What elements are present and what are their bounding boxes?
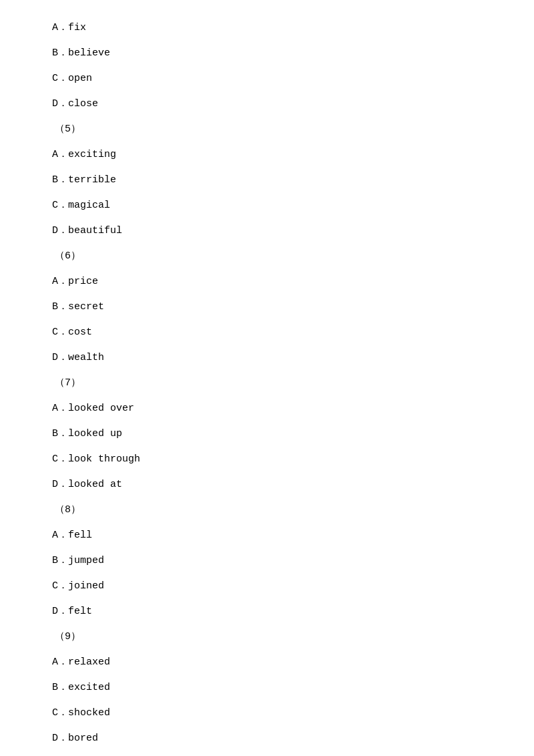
q9-option-d: D．bored <box>52 731 482 747</box>
q9-option-b: B．excited <box>52 680 482 696</box>
q8-option-c: C．joined <box>52 578 482 594</box>
q6-option-d: D．wealth <box>52 350 482 366</box>
q7-option-b: B．looked up <box>52 426 482 442</box>
question-5-num: （5） <box>52 122 482 138</box>
option-b-label: B．believe <box>52 47 110 59</box>
q8-option-a: A．fell <box>52 528 482 544</box>
question-8-num: （8） <box>52 502 482 518</box>
main-content: A．fix B．believe C．open D．close （5） A．exc… <box>0 0 534 756</box>
q5-option-d: D．beautiful <box>52 223 482 239</box>
option-group-7: A．looked over B．looked up C．look through… <box>52 401 482 493</box>
option-group-8: A．fell B．jumped C．joined D．felt <box>52 528 482 620</box>
question-7-num: （7） <box>52 375 482 391</box>
q8-option-b: B．jumped <box>52 553 482 569</box>
option-a: A．fix <box>52 20 482 36</box>
option-d: D．close <box>52 96 482 112</box>
q8-option-d: D．felt <box>52 604 482 620</box>
q5-option-b: B．terrible <box>52 172 482 188</box>
option-b: B．believe <box>52 45 482 61</box>
option-c: C．open <box>52 71 482 87</box>
q9-option-c: C．shocked <box>52 705 482 721</box>
option-group-4: A．fix B．believe C．open D．close <box>52 20 482 112</box>
q6-option-b: B．secret <box>52 299 482 315</box>
q5-option-a: A．exciting <box>52 147 482 163</box>
option-a-label: A．fix <box>52 22 86 33</box>
option-group-6: A．price B．secret C．cost D．wealth <box>52 274 482 366</box>
question-6-num: （6） <box>52 248 482 264</box>
q7-option-a: A．looked over <box>52 401 482 417</box>
option-group-9: A．relaxed B．excited C．shocked D．bored <box>52 654 482 747</box>
option-group-5: A．exciting B．terrible C．magical D．beauti… <box>52 147 482 239</box>
q7-option-d: D．looked at <box>52 477 482 493</box>
q7-option-c: C．look through <box>52 451 482 467</box>
q6-option-c: C．cost <box>52 325 482 341</box>
question-9-num: （9） <box>52 629 482 645</box>
q6-option-a: A．price <box>52 274 482 290</box>
option-c-label: C．open <box>52 73 92 84</box>
q9-option-a: A．relaxed <box>52 654 482 671</box>
option-d-label: D．close <box>52 98 98 110</box>
q5-option-c: C．magical <box>52 198 482 214</box>
